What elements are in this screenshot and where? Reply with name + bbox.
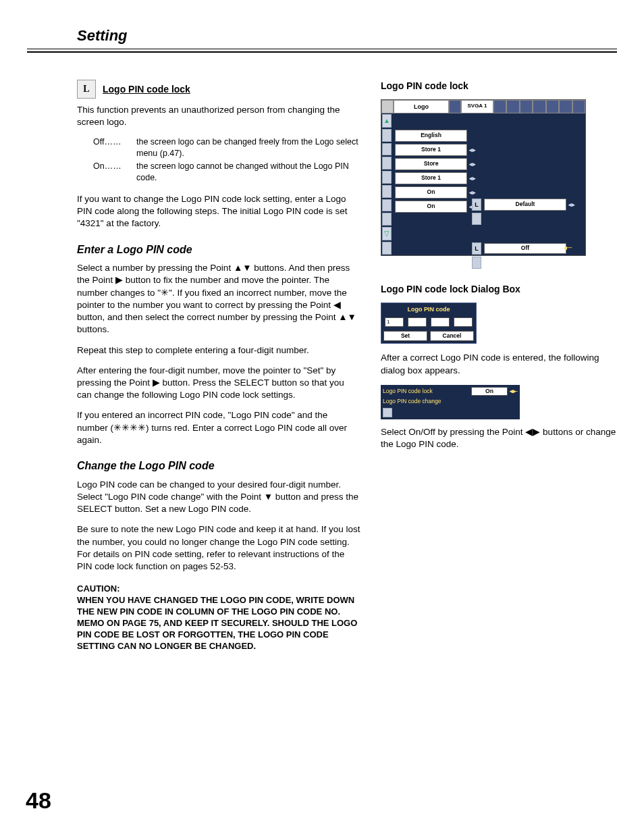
exit-icon[interactable]: [383, 408, 392, 417]
pin-digit-4[interactable]: [454, 317, 473, 327]
dialog-heading: Logo PIN code lock Dialog Box: [381, 283, 617, 296]
enter-pin-p1: Select a number by pressing the Point ▲▼…: [77, 262, 360, 336]
lr-arrows-icon: ◂▸: [469, 174, 476, 182]
lr-arrows-icon: ◂▸: [469, 188, 476, 197]
osd-sub-spacer: [484, 213, 566, 241]
set-button[interactable]: Set: [383, 331, 427, 341]
off-label: Off……: [93, 136, 136, 159]
caution-block: CAUTION: WHEN YOU HAVE CHANGED THE LOGO …: [77, 583, 360, 652]
osd-tab[interactable]: [533, 100, 545, 113]
enter-pin-p4: If you entered an incorrect PIN code, "L…: [77, 409, 360, 446]
on-text: the screen logo cannot be changed withou…: [136, 161, 360, 184]
logo-pin-lock-heading: Logo PIN code lock: [103, 83, 190, 96]
submenu-lock-icon[interactable]: L: [472, 242, 481, 255]
osd-value[interactable]: Store◂▸: [395, 158, 467, 170]
enter-pin-p2: Repeat this step to complete entering a …: [77, 344, 360, 357]
section-title: Setting: [77, 27, 617, 45]
osd-tab[interactable]: [572, 100, 585, 113]
right-column: Logo PIN code lock Logo SVGA 1: [381, 80, 617, 652]
osd-value[interactable]: Store 1◂▸: [395, 172, 467, 184]
lock-change-dialog: Logo PIN code lock On◂▸ ◂─ Logo PIN code…: [381, 385, 520, 419]
caution-heading: CAUTION:: [77, 583, 360, 595]
osd-input-label: SVGA 1: [461, 100, 493, 113]
menu-item-icon[interactable]: [382, 199, 392, 212]
osd-tab[interactable]: [506, 100, 519, 113]
osd-topbar: Logo SVGA 1: [381, 100, 585, 113]
osd-left-icons: ▲ ▽: [381, 113, 392, 255]
osd-sub-icons: L L: [472, 197, 481, 271]
scroll-up-icon[interactable]: ▲: [382, 114, 392, 128]
osd-sub-off[interactable]: Off: [484, 243, 566, 254]
pin-dialog: Logo PIN code 1 Set Cancel: [381, 303, 477, 344]
menu-item-icon[interactable]: [382, 157, 392, 170]
header-rule: [27, 49, 617, 53]
change-pin-p1: Logo PIN code can be changed to your des…: [77, 479, 360, 516]
osd-menu: Logo SVGA 1 ▲: [381, 99, 586, 256]
off-text: the screen logo can be changed freely fr…: [136, 136, 360, 159]
left-column: L Logo PIN code lock This function preve…: [77, 80, 360, 652]
menu-item-icon[interactable]: [382, 171, 392, 184]
osd-tab[interactable]: [520, 100, 533, 113]
lr-arrows-icon: ◂▸: [568, 201, 575, 209]
menu-item-icon[interactable]: [382, 242, 392, 255]
lr-arrows-icon: ◂▸: [510, 388, 516, 395]
select-onoff: Select On/Off by pressing the Point ◀▶ b…: [381, 426, 617, 450]
pin-digits: 1: [381, 315, 476, 329]
menu-item-icon[interactable]: [382, 129, 392, 142]
factory-paragraph: If you want to change the Logo PIN code …: [77, 193, 360, 230]
osd-value[interactable]: English: [395, 130, 467, 142]
menu-item-icon[interactable]: [382, 213, 392, 226]
menu-item-icon[interactable]: [382, 185, 392, 198]
page-number: 48: [26, 787, 51, 814]
on-label: On……: [93, 161, 136, 184]
osd-values: English Store 1◂▸ Store◂▸ Store 1◂▸ On◂▸…: [392, 113, 470, 255]
lr-arrows-icon: ◂▸: [469, 146, 476, 154]
menu-item-icon[interactable]: [382, 143, 392, 156]
pin-digit-2[interactable]: [408, 317, 427, 327]
change-pin-p2: Be sure to note the new Logo PIN code an…: [77, 523, 360, 573]
lock-row-label: Logo PIN code lock: [383, 388, 471, 395]
lock-row-value[interactable]: On◂▸: [471, 387, 508, 396]
osd-submenu: Default◂▸ Off ◂─: [481, 197, 569, 256]
osd-tabstrip: [493, 100, 585, 113]
osd-tab[interactable]: [493, 100, 506, 113]
enter-pin-p3: After entering the four-digit number, mo…: [77, 365, 360, 402]
enter-pin-heading: Enter a Logo PIN code: [77, 242, 360, 257]
off-on-list: Off…… the screen logo can be changed fre…: [93, 136, 360, 184]
intro-paragraph: This function prevents an unauthorized p…: [77, 104, 360, 128]
lr-arrows-icon: ◂▸: [469, 160, 476, 168]
cancel-button[interactable]: Cancel: [430, 331, 474, 341]
submenu-l-icon[interactable]: L: [472, 199, 481, 211]
caution-body: WHEN YOU HAVE CHANGED THE LOGO PIN CODE,…: [77, 595, 360, 652]
osd-tab[interactable]: [546, 100, 559, 113]
osd-value[interactable]: Store 1◂▸: [395, 144, 467, 156]
scroll-down-icon[interactable]: ▽: [382, 227, 392, 240]
pin-dialog-title: Logo PIN code: [381, 303, 476, 315]
submenu-icon[interactable]: [472, 213, 481, 225]
osd-spacer: [381, 100, 394, 113]
osd-tab[interactable]: [559, 100, 572, 113]
osd-heading: Logo PIN code lock: [381, 80, 617, 93]
change-row-label[interactable]: Logo PIN code change: [383, 398, 518, 405]
submenu-icon[interactable]: [472, 257, 481, 269]
osd-icon: [449, 100, 461, 113]
logo-pin-lock-icon: L: [77, 80, 96, 99]
osd-value[interactable]: On◂▸: [395, 186, 467, 199]
osd-value[interactable]: On◂▸: [395, 201, 467, 213]
osd-logo-label: Logo: [394, 100, 449, 113]
pointer-icon: ◂─: [564, 243, 572, 253]
pin-digit-1[interactable]: 1: [385, 317, 404, 327]
after-correct-pin: After a correct Logo PIN code is entered…: [381, 352, 617, 376]
change-pin-heading: Change the Logo PIN code: [77, 459, 360, 473]
pin-digit-3[interactable]: [431, 317, 450, 327]
osd-sub-default[interactable]: Default◂▸: [484, 199, 566, 211]
